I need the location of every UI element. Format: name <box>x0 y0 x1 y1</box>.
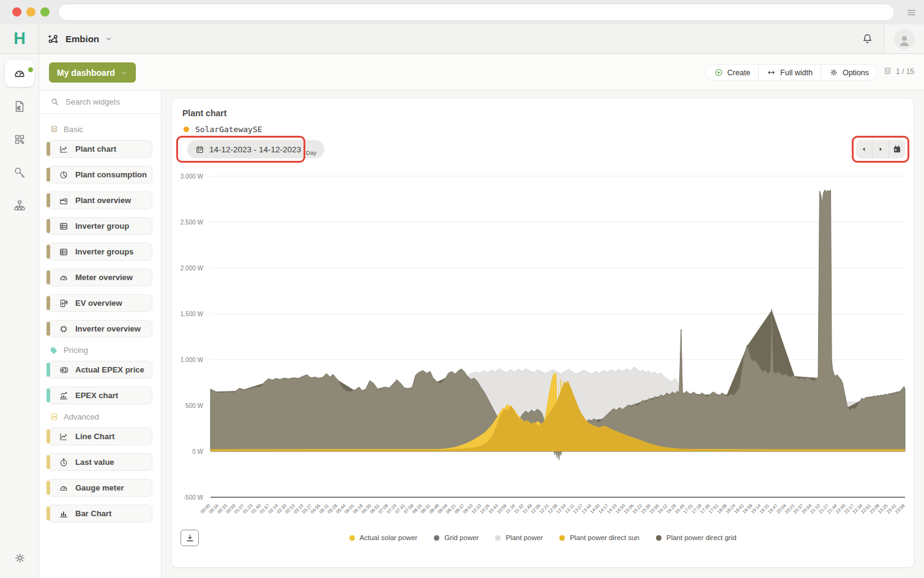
gear-icon <box>13 552 26 565</box>
rail-item-billing[interactable] <box>5 93 34 120</box>
accent-bar <box>47 455 50 469</box>
meter-icon <box>59 273 69 283</box>
widget-item-plant-consumption[interactable]: Plant consumption <box>48 166 152 183</box>
options-button[interactable]: Options <box>821 65 877 80</box>
chevron-down-icon <box>105 35 113 43</box>
device-row: SolarGatewaySE <box>184 125 263 134</box>
widget-item-label: Line Chart <box>75 432 114 441</box>
widget-item-actual-epex-price[interactable]: Actual EPEX price <box>48 361 152 379</box>
date-range-button[interactable]: 14-12-2023 - 14-12-2023 Day <box>187 140 324 158</box>
widget-item-plant-chart[interactable]: Plant chart <box>48 140 152 158</box>
window-minimize-button[interactable] <box>26 7 35 17</box>
dashboard-toolbar: My dashboard Create Full width Options 1… <box>39 54 924 91</box>
widget-item-label: Plant overview <box>75 196 131 205</box>
notifications-bell-icon[interactable] <box>861 32 874 45</box>
avatar[interactable] <box>894 29 915 50</box>
accent-bar <box>47 142 50 156</box>
legend-item-plant-power: Plant power <box>495 534 543 541</box>
create-button[interactable]: Create <box>706 65 759 80</box>
svg-text:2.500 W: 2.500 W <box>181 219 204 226</box>
create-label: Create <box>728 69 751 77</box>
svg-text:-500 W: -500 W <box>184 494 204 501</box>
dashboard-selector-button[interactable]: My dashboard <box>49 62 136 83</box>
widget-item-inverter-groups[interactable]: Inverter groups <box>48 243 152 261</box>
widget-item-line-chart[interactable]: Line Chart <box>48 428 152 445</box>
widget-item-label: Bar Chart <box>75 509 111 518</box>
stopwatch-icon <box>59 458 69 467</box>
legend-label: Plant power <box>505 534 543 541</box>
widget-item-plant-overview[interactable]: Plant overview <box>48 191 152 209</box>
legend-dot <box>495 535 501 541</box>
widget-item-label: Actual EPEX price <box>75 365 144 374</box>
url-bar[interactable] <box>58 4 895 21</box>
search-input[interactable] <box>65 97 173 106</box>
dashboard-selector-label: My dashboard <box>57 68 115 78</box>
svg-text:1.000 W: 1.000 W <box>181 357 204 363</box>
window-zoom-button[interactable] <box>40 7 50 17</box>
legend-dot <box>656 535 661 541</box>
caret-right-icon <box>876 145 885 154</box>
svg-text:500 W: 500 W <box>185 402 203 409</box>
tag-icon <box>50 346 59 355</box>
widget-item-epex-chart[interactable]: EPEX chart <box>48 387 152 404</box>
widget-item-last-value[interactable]: Last value <box>48 453 152 471</box>
accent-bar <box>47 296 50 310</box>
widget-item-meter-overview[interactable]: Meter overview <box>48 269 152 286</box>
accent-bar <box>47 506 50 521</box>
granularity-label: Day <box>306 149 316 156</box>
settings-button[interactable] <box>0 552 39 565</box>
widget-item-inverter-group[interactable]: Inverter group <box>48 217 152 235</box>
browser-menu-icon[interactable] <box>906 7 917 18</box>
widget-item-label: Last value <box>75 458 114 467</box>
calendar-picker-button[interactable] <box>889 140 905 158</box>
svg-text:1.500 W: 1.500 W <box>181 311 204 317</box>
search-row <box>39 91 161 114</box>
widget-item-bar-chart[interactable]: Bar Chart <box>48 505 152 522</box>
rail-item-access-keys[interactable] <box>5 159 34 186</box>
accent-bar <box>47 322 50 336</box>
legend-item-actual-solar-power: Actual solar power <box>349 534 418 541</box>
line-chart-icon <box>59 144 69 154</box>
factory-icon <box>59 196 69 206</box>
widget-item-label: Gauge meter <box>75 483 124 492</box>
legend-label: Plant power direct grid <box>666 534 736 541</box>
toolbar-actions: Create Full width Options <box>706 64 877 81</box>
table-icon <box>59 221 69 231</box>
accent-bar <box>47 429 50 443</box>
page-indicator: 1 / 15 <box>883 67 914 76</box>
widget-item-gauge-meter[interactable]: Gauge meter <box>48 479 152 497</box>
active-indicator-dot <box>28 67 33 72</box>
plant-chart-widget: Plant chart SolarGatewaySE 14-12-2023 - … <box>171 98 914 568</box>
org-switcher[interactable]: Embion <box>47 24 113 53</box>
key-icon <box>13 166 26 179</box>
legend-dot <box>559 535 565 541</box>
legend-label: Actual solar power <box>360 534 418 541</box>
rail-item-widgets[interactable] <box>5 126 34 153</box>
widget-item-label: EPEX chart <box>75 391 118 400</box>
app-logo[interactable]: H <box>0 24 39 53</box>
grid-icon <box>13 133 26 146</box>
rail-item-structure[interactable] <box>5 192 34 219</box>
accent-bar <box>47 388 50 402</box>
widget-item-ev-overview[interactable]: EV overview <box>48 294 152 312</box>
table-icon <box>59 247 69 257</box>
widget-item-label: Inverter group <box>75 221 129 231</box>
svg-text:2.000 W: 2.000 W <box>181 265 204 272</box>
chart-legend: Actual solar powerGrid powerPlant powerP… <box>172 534 914 541</box>
options-label: Options <box>843 69 869 77</box>
calendar-solid-icon <box>892 144 902 154</box>
bar-chart-icon <box>59 509 69 519</box>
calendar-icon <box>195 145 204 154</box>
legend-dot <box>349 535 355 541</box>
section-header-basic: Basic <box>50 125 161 134</box>
next-period-button[interactable] <box>872 140 889 158</box>
rail-item-dashboard[interactable] <box>5 60 34 87</box>
legend-dot <box>434 535 439 541</box>
layers-icon <box>883 67 892 76</box>
full-width-button[interactable]: Full width <box>758 65 821 80</box>
previous-period-button[interactable] <box>856 140 872 158</box>
line-chart-icon <box>59 432 69 442</box>
widget-item-inverter-overview[interactable]: Inverter overview <box>48 320 152 338</box>
window-close-button[interactable] <box>12 7 21 17</box>
widget-item-label: Plant chart <box>75 144 116 154</box>
